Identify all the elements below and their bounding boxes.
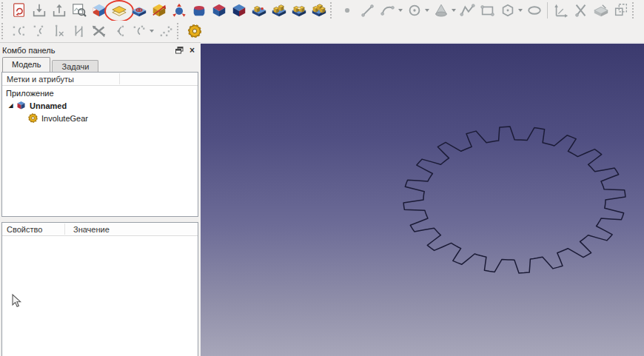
- delete-cross-button: [89, 21, 109, 41]
- toolbar-separator: [547, 2, 548, 19]
- arc-button: [378, 1, 404, 20]
- trim-icon: [573, 2, 589, 19]
- clone-button: [611, 1, 631, 20]
- fillet-arrows-button[interactable]: [169, 1, 189, 20]
- revolve-icon: [131, 2, 147, 19]
- tree-item-document[interactable]: ◢ Unnamed: [2, 100, 198, 111]
- polyline-button: [457, 1, 477, 20]
- tree-header: Метки и атрибуты: [2, 73, 198, 86]
- freecad-window: Комбо панель × Модель Задачи Метки и атр…: [0, 0, 644, 356]
- tree-item-document-label: Unnamed: [30, 101, 67, 110]
- dropdown-caret-icon[interactable]: [150, 30, 154, 33]
- dropdown-caret-icon[interactable]: [398, 9, 403, 12]
- close-panel-button[interactable]: ×: [187, 45, 198, 56]
- tree-item-involutegear-label: InvoluteGear: [41, 114, 88, 123]
- model-tree-panel: Метки и атрибуты Приложение ◢ Unnamed In…: [1, 72, 198, 217]
- toolbar-handle[interactable]: [177, 23, 182, 39]
- circle-icon: [406, 2, 423, 19]
- cone-button: [431, 1, 457, 20]
- polygon-button: [497, 1, 524, 20]
- dropdown-caret-icon[interactable]: [452, 9, 456, 12]
- involute-gear-icon: [187, 23, 203, 39]
- common-icon: [291, 2, 307, 19]
- toolbar-handle[interactable]: [1, 23, 7, 39]
- float-panel-button[interactable]: [174, 45, 185, 56]
- mirror-button[interactable]: [149, 1, 169, 20]
- involute-gear-wireframe: [201, 44, 644, 356]
- point2-button: [640, 1, 644, 20]
- image-view-button[interactable]: [69, 1, 89, 20]
- mirror-icon: [151, 2, 167, 19]
- boolean-button[interactable]: [229, 1, 249, 20]
- mirror-points-icon: [71, 23, 87, 39]
- fillet-icon: [191, 2, 207, 19]
- snap-endpoints-icon: [11, 23, 27, 39]
- document-icon: [16, 100, 27, 111]
- clone-icon: [613, 2, 629, 19]
- chamfer-icon: [211, 2, 227, 19]
- tree-item-application[interactable]: Приложение: [2, 87, 198, 98]
- chamfer-button[interactable]: [209, 1, 229, 20]
- value-column-header: Значение: [69, 225, 110, 234]
- property-panel: Свойство Значение: [1, 222, 198, 356]
- section-icon: [311, 2, 327, 19]
- cut-icon: [251, 2, 267, 19]
- tab-model[interactable]: Модель: [2, 57, 50, 72]
- fillet-button[interactable]: [189, 1, 209, 20]
- common-button[interactable]: [289, 1, 309, 20]
- toolbar-handle[interactable]: [1, 2, 7, 19]
- tab-tasks[interactable]: Задачи: [52, 60, 98, 72]
- cut-button[interactable]: [249, 1, 269, 20]
- fillet-arrows-icon: [171, 2, 187, 19]
- tree-item-application-label: Приложение: [6, 89, 54, 98]
- line-button: [358, 1, 378, 20]
- image-view-icon: [71, 2, 87, 19]
- dropdown-caret-icon[interactable]: [425, 9, 429, 12]
- snap-midpoint-icon: [31, 23, 47, 39]
- arc-point-icon: [111, 23, 127, 39]
- point-array-button: [155, 21, 175, 41]
- section-button[interactable]: [309, 1, 329, 20]
- cone-icon: [433, 2, 449, 19]
- extrude-icon: [111, 2, 127, 19]
- arc-point-button: [109, 21, 129, 41]
- combo-panel-tabs: Модель Задачи: [0, 56, 200, 72]
- combo-panel-title: Комбо панель: [2, 46, 172, 55]
- toolbar-handle[interactable]: [330, 2, 335, 19]
- tree-item-involutegear[interactable]: InvoluteGear: [2, 112, 198, 124]
- polyline-icon: [460, 2, 476, 19]
- circle-button: [404, 1, 431, 20]
- extrude-button[interactable]: [109, 1, 129, 20]
- point-button: [338, 1, 358, 20]
- toolbar-row-1: [0, 0, 644, 21]
- property-column-header: Свойство: [2, 225, 69, 234]
- line-icon: [360, 2, 376, 19]
- toolbar-row-2: [0, 21, 644, 41]
- import-button[interactable]: [29, 1, 49, 20]
- polygon-icon: [500, 2, 516, 19]
- involute-gear-button[interactable]: [184, 21, 204, 41]
- recompute-icon: [11, 2, 27, 19]
- boolean-icon: [231, 2, 247, 19]
- dimension-button: [551, 1, 571, 20]
- combo-panel-titlebar: Комбо панель ×: [0, 43, 200, 56]
- 3d-viewport[interactable]: [201, 42, 644, 356]
- part-box-button[interactable]: [89, 1, 109, 20]
- toolbar-handle[interactable]: [632, 2, 637, 19]
- union-button[interactable]: [269, 1, 289, 20]
- dropdown-caret-icon[interactable]: [518, 9, 523, 12]
- revolve-button[interactable]: [129, 1, 149, 20]
- recompute-button[interactable]: [9, 1, 29, 20]
- gear-icon: [27, 112, 38, 124]
- expander-icon[interactable]: ◢: [7, 102, 14, 109]
- rectangle-button: [477, 1, 497, 20]
- surface-button: [591, 1, 611, 20]
- trim-button: [571, 1, 591, 20]
- dimension-icon: [553, 2, 569, 19]
- ellipse-button: [524, 1, 544, 20]
- delete-cross-icon: [91, 23, 107, 39]
- split-edge-icon: [51, 23, 67, 39]
- export-button[interactable]: [49, 1, 69, 20]
- ellipse-icon: [526, 2, 543, 19]
- rectangle-icon: [480, 2, 496, 19]
